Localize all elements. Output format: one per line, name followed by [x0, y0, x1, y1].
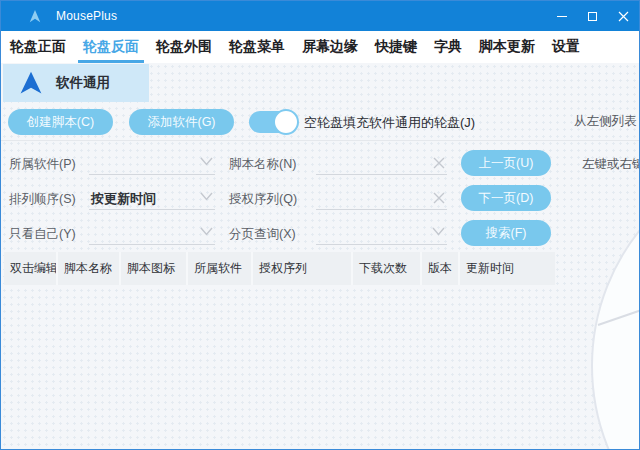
tab-label: 轮盘正面: [10, 38, 66, 56]
title-bar: MousePlus: [1, 1, 639, 31]
filter-row-1: 所属软件(P) 脚本名称(N) 上一页(U) 左键或右键: [1, 149, 639, 179]
license-serial-label: 授权序列(Q): [229, 191, 297, 208]
only-mine-dropdown[interactable]: [89, 221, 215, 245]
script-name-label: 脚本名称(N): [229, 156, 296, 173]
create-script-button[interactable]: 创建脚本(C): [8, 109, 113, 135]
sidebar-item-software-common[interactable]: 软件通用: [3, 64, 149, 102]
previous-page-button[interactable]: 上一页(U): [461, 150, 551, 176]
filter-row-2: 排列顺序(S) 按更新时间 授权序列(Q) 下一页(D): [1, 184, 639, 214]
tab-settings[interactable]: 设置: [551, 31, 581, 63]
maximize-button[interactable]: [577, 1, 608, 31]
tab-wheel-outer[interactable]: 轮盘外围: [155, 31, 213, 63]
tab-label: 屏幕边缘: [302, 38, 358, 56]
column-header-double-click-edit: 双击编辑: [4, 252, 58, 285]
script-table-header: 双击编辑 脚本名称 脚本图标 所属软件 授权序列 下载次数 版本 更新时间: [4, 252, 555, 285]
chevron-down-icon[interactable]: [200, 227, 213, 236]
section-title: 软件通用: [56, 74, 110, 92]
close-icon: [618, 11, 629, 22]
tab-screen-edge[interactable]: 屏幕边缘: [301, 31, 359, 63]
chevron-down-icon[interactable]: [432, 227, 445, 236]
owner-software-label: 所属软件(P): [9, 156, 76, 173]
page-query-dropdown[interactable]: [316, 221, 447, 245]
sort-order-label: 排列顺序(S): [9, 191, 76, 208]
column-header-script-icon: 脚本图标: [121, 252, 188, 285]
column-header-script-name: 脚本名称: [58, 252, 121, 285]
tab-hotkeys[interactable]: 快捷键: [374, 31, 418, 63]
fill-empty-wheel-toggle[interactable]: [249, 111, 297, 133]
toggle-knob: [273, 109, 299, 135]
app-window: MousePlus 轮盘正面 轮盘反面 轮盘外围 轮盘菜单 屏幕边缘 快捷键 字…: [0, 0, 640, 450]
column-header-owner-software: 所属软件: [188, 252, 253, 285]
sort-order-dropdown[interactable]: 按更新时间: [89, 186, 215, 210]
tab-label: 设置: [552, 38, 580, 56]
tab-label: 快捷键: [375, 38, 417, 56]
tab-script-update[interactable]: 脚本更新: [478, 31, 536, 63]
right-hint-text: 从左侧列表: [574, 113, 637, 130]
next-page-button[interactable]: 下一页(D): [461, 185, 551, 211]
toolbar: 创建脚本(C) 添加软件(G) 空轮盘填充软件通用的轮盘(J) 从左侧列表: [1, 109, 639, 135]
license-serial-input[interactable]: [316, 186, 447, 210]
minimize-button[interactable]: [546, 1, 577, 31]
column-header-update-time: 更新时间: [460, 252, 555, 285]
column-header-download-count: 下载次数: [353, 252, 422, 285]
window-controls: [546, 1, 639, 31]
tab-label: 轮盘外围: [156, 38, 212, 56]
cursor-triangle-icon: [18, 70, 44, 96]
tab-wheel-back[interactable]: 轮盘反面: [82, 31, 140, 63]
row-hint-text: 左键或右键: [582, 156, 639, 173]
tab-dictionary[interactable]: 字典: [433, 31, 463, 63]
only-mine-label: 只看自己(Y): [9, 226, 76, 243]
toolbar-divider: [1, 140, 639, 141]
page-query-label: 分页查询(X): [229, 226, 296, 243]
fill-empty-wheel-toggle-label[interactable]: 空轮盘填充软件通用的轮盘(J): [304, 114, 475, 132]
column-header-license-serial: 授权序列: [253, 252, 353, 285]
chevron-down-icon[interactable]: [200, 192, 213, 201]
window-title: MousePlus: [56, 9, 117, 23]
tab-label: 轮盘反面: [83, 38, 139, 56]
clear-x-icon[interactable]: [433, 157, 445, 169]
main-tab-bar: 轮盘正面 轮盘反面 轮盘外围 轮盘菜单 屏幕边缘 快捷键 字典 脚本更新 设置: [1, 31, 639, 63]
dropdown-value: 按更新时间: [91, 190, 156, 208]
close-button[interactable]: [608, 1, 639, 31]
tab-label: 脚本更新: [479, 38, 535, 56]
minimize-icon: [557, 16, 567, 17]
tab-label: 轮盘菜单: [229, 38, 285, 56]
maximize-icon: [588, 12, 597, 21]
script-name-input[interactable]: [316, 151, 447, 175]
add-software-button[interactable]: 添加软件(G): [129, 109, 234, 135]
tab-label: 字典: [434, 38, 462, 56]
content-area: 软件通用 创建脚本(C) 添加软件(G) 空轮盘填充软件通用的轮盘(J) 从左侧…: [1, 63, 639, 449]
chevron-down-icon[interactable]: [200, 157, 213, 166]
tab-wheel-menu[interactable]: 轮盘菜单: [228, 31, 286, 63]
clear-x-icon[interactable]: [433, 192, 445, 204]
search-button[interactable]: 搜索(F): [461, 220, 551, 246]
tab-wheel-front[interactable]: 轮盘正面: [9, 31, 67, 63]
owner-software-dropdown[interactable]: [89, 151, 215, 175]
column-header-version: 版本: [422, 252, 460, 285]
filter-row-3: 只看自己(Y) 分页查询(X) 搜索(F): [1, 219, 639, 249]
app-logo-icon: [27, 8, 43, 24]
